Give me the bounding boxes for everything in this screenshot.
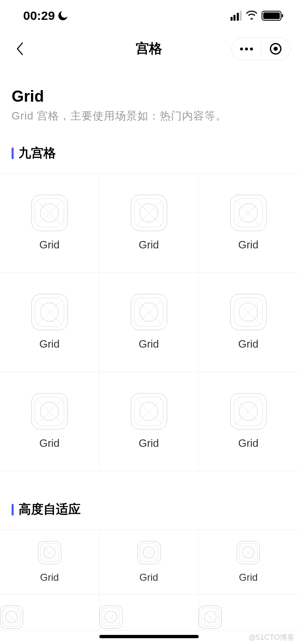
grid-item[interactable]: Grid xyxy=(199,273,298,372)
grid-item[interactable]: Grid xyxy=(0,273,99,372)
section-title: 九宫格 xyxy=(19,145,56,162)
grid-item[interactable]: Grid xyxy=(99,174,199,273)
section-header-nine: 九宫格 xyxy=(0,133,298,173)
status-time-group: 00:29 xyxy=(23,9,67,23)
placeholder-icon xyxy=(137,541,161,564)
grid-item[interactable]: Grid xyxy=(99,273,199,372)
placeholder-icon xyxy=(99,606,123,629)
placeholder-icon xyxy=(237,541,260,564)
grid-item-label: Grid xyxy=(139,437,159,450)
grid-item-label: Grid xyxy=(139,338,159,351)
section-accent-bar xyxy=(12,504,14,515)
placeholder-icon xyxy=(38,541,61,564)
grid-item[interactable]: Grid xyxy=(0,174,99,273)
battery-icon xyxy=(262,11,281,21)
placeholder-icon xyxy=(0,606,23,629)
placeholder-icon xyxy=(31,195,68,231)
back-button[interactable] xyxy=(12,41,28,57)
grid-item-label: Grid xyxy=(139,572,158,583)
target-icon xyxy=(270,43,281,55)
page-title: 宫格 xyxy=(136,40,162,58)
grid-item-label: Grid xyxy=(40,572,59,583)
grid-item-label: Grid xyxy=(238,437,258,450)
grid-item[interactable]: Grid xyxy=(99,530,199,594)
section-title: 高度自适应 xyxy=(19,501,81,518)
do-not-disturb-icon xyxy=(58,11,67,20)
intro-title: Grid xyxy=(12,88,286,105)
cellular-signal-icon xyxy=(231,11,242,21)
status-indicators xyxy=(231,10,282,21)
status-bar: 00:29 xyxy=(0,0,298,31)
grid-item[interactable] xyxy=(99,594,199,631)
section-accent-bar xyxy=(12,148,14,159)
intro-desc: Grid 宫格，主要使用场景如：热门内容等。 xyxy=(12,109,286,123)
close-button[interactable] xyxy=(261,38,290,60)
placeholder-icon xyxy=(199,606,222,629)
grid-item-label: Grid xyxy=(139,239,159,251)
grid-item[interactable]: Grid xyxy=(0,372,99,471)
miniprogram-capsule xyxy=(231,37,291,60)
adaptive-grid: Grid Grid Grid xyxy=(0,530,298,631)
home-indicator[interactable] xyxy=(99,635,199,638)
grid-item-label: Grid xyxy=(39,437,60,450)
wifi-icon xyxy=(245,10,258,21)
nav-bar: 宫格 xyxy=(0,31,298,66)
grid-item[interactable]: Grid xyxy=(199,174,298,273)
grid-item[interactable] xyxy=(199,594,298,631)
grid-item[interactable]: Grid xyxy=(99,372,199,471)
grid-item-label: Grid xyxy=(238,338,258,351)
grid-item-label: Grid xyxy=(238,239,258,251)
more-icon xyxy=(240,48,253,50)
grid-item-label: Grid xyxy=(239,572,257,583)
watermark: @51CTO博客 xyxy=(248,632,295,642)
grid-item[interactable]: Grid xyxy=(199,530,298,594)
status-time: 00:29 xyxy=(23,9,55,23)
placeholder-icon xyxy=(230,195,267,231)
grid-item[interactable]: Grid xyxy=(199,372,298,471)
menu-button[interactable] xyxy=(232,38,261,60)
placeholder-icon xyxy=(230,393,267,429)
placeholder-icon xyxy=(230,294,267,330)
grid-item-label: Grid xyxy=(39,338,60,351)
placeholder-icon xyxy=(131,294,167,330)
placeholder-icon xyxy=(31,294,68,330)
placeholder-icon xyxy=(31,393,68,429)
placeholder-icon xyxy=(131,195,167,231)
grid-item[interactable] xyxy=(0,594,99,631)
grid-item-label: Grid xyxy=(39,239,60,251)
nine-grid: Grid Grid Grid Grid Grid Grid Grid Grid … xyxy=(0,173,298,471)
section-header-adaptive: 高度自适应 xyxy=(0,489,298,530)
placeholder-icon xyxy=(131,393,167,429)
intro-block: Grid Grid 宫格，主要使用场景如：热门内容等。 xyxy=(0,66,298,133)
grid-item[interactable]: Grid xyxy=(0,530,99,594)
